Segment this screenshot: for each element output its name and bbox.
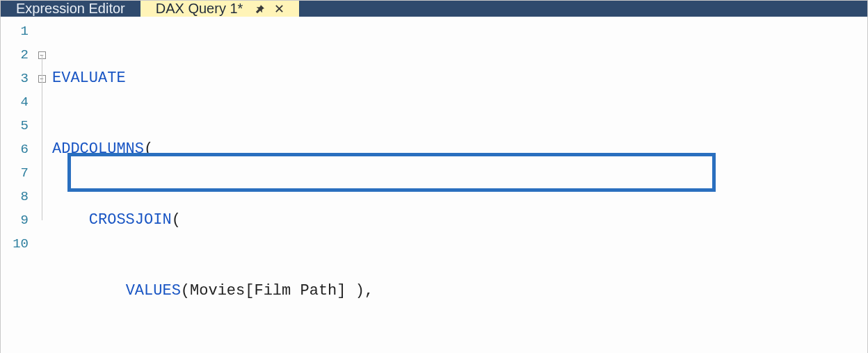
- code-line: VALUES(Movies[Film Path] ),: [52, 279, 867, 303]
- tab-label: Expression Editor: [16, 1, 125, 17]
- code-line: ADDCOLUMNS(: [52, 138, 867, 161]
- pin-icon[interactable]: [255, 4, 265, 14]
- app-window: Expression Editor DAX Query 1* 1 2 3 4 5…: [0, 0, 868, 353]
- tab-dax-query[interactable]: DAX Query 1*: [140, 1, 300, 17]
- tab-strip: Expression Editor DAX Query 1*: [1, 1, 867, 17]
- line-number: 1: [1, 19, 35, 43]
- line-number: 5: [1, 114, 35, 138]
- code-editor[interactable]: 1 2 3 4 5 6 7 8 9 10 – – EVALUATE ADDCOL…: [1, 17, 867, 353]
- close-icon[interactable]: [275, 4, 284, 13]
- line-number: 3: [1, 67, 35, 90]
- fold-column: – –: [35, 17, 48, 353]
- line-number: 7: [1, 161, 35, 185]
- line-number: 6: [1, 138, 35, 161]
- code-line: CROSSJOIN(: [52, 208, 867, 232]
- line-number: 8: [1, 185, 35, 208]
- line-number: 2: [1, 43, 35, 67]
- code-line: VALUES( 'Max Path Index'[Value] ): [52, 350, 867, 353]
- code-line: EVALUATE: [52, 67, 867, 90]
- line-number-gutter: 1 2 3 4 5 6 7 8 9 10: [1, 17, 35, 353]
- line-number: 9: [1, 208, 35, 232]
- tab-label: DAX Query 1*: [156, 1, 243, 17]
- code-area[interactable]: EVALUATE ADDCOLUMNS( CROSSJOIN( VALUES(M…: [48, 17, 867, 353]
- line-number: 10: [1, 232, 35, 256]
- tab-expression-editor[interactable]: Expression Editor: [1, 1, 140, 17]
- line-number: 4: [1, 90, 35, 114]
